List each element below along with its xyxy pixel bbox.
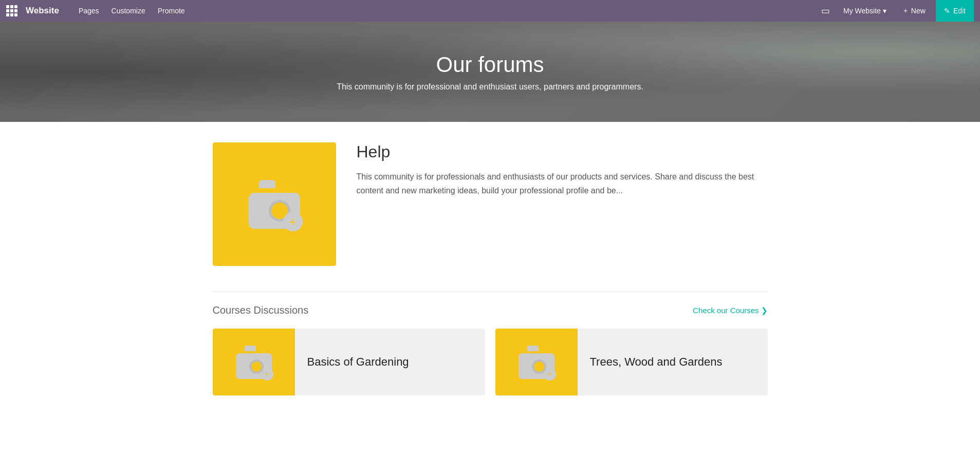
course-camera-bump: [527, 346, 539, 351]
course-info: Trees, Wood and Gardens: [578, 345, 735, 379]
course-camera-body: +: [519, 353, 554, 379]
hero-banner: Our forums This community is for profess…: [0, 22, 980, 122]
course-info: Basics of Gardening: [295, 345, 421, 379]
course-card[interactable]: + Basics of Gardening: [213, 329, 485, 395]
camera-icon: +: [244, 180, 305, 229]
new-label: New: [911, 7, 926, 15]
chevron-right-icon: ❯: [761, 306, 768, 315]
hero-subtitle: This community is for professional and e…: [337, 82, 643, 92]
help-image[interactable]: +: [213, 142, 336, 266]
course-title: Trees, Wood and Gardens: [590, 355, 723, 369]
topbar: Website Pages Customize Promote ▭ My Web…: [0, 0, 980, 22]
course-camera-icon: +: [516, 346, 557, 379]
course-card[interactable]: + Trees, Wood and Gardens: [495, 329, 768, 395]
courses-grid: + Basics of Gardening +: [213, 329, 768, 395]
courses-section: Courses Discussions Check our Courses ❯ …: [213, 292, 768, 395]
plus-icon: ＋: [902, 6, 909, 15]
check-courses-link[interactable]: Check our Courses ❯: [693, 306, 767, 315]
topbar-left: Website Pages Customize Promote: [6, 4, 190, 18]
grid-menu-icon[interactable]: [6, 5, 17, 16]
edit-button[interactable]: ✎ Edit: [936, 0, 974, 22]
course-camera-bump: [245, 346, 256, 351]
course-camera-plus-icon: +: [261, 368, 273, 381]
help-description: This community is for professionals and …: [357, 170, 768, 197]
my-website-button[interactable]: My Website ▾: [838, 5, 892, 17]
courses-section-title: Courses Discussions: [213, 304, 309, 316]
dropdown-arrow-icon: ▾: [883, 7, 886, 15]
help-heading: Help: [357, 142, 768, 161]
nav-customize[interactable]: Customize: [106, 4, 151, 18]
topbar-right: ▭ My Website ▾ ＋ New ✎ Edit: [817, 0, 974, 22]
course-camera-icon: +: [233, 346, 274, 379]
topbar-nav: Pages Customize Promote: [73, 4, 190, 18]
camera-plus-icon: +: [283, 212, 303, 231]
site-name[interactable]: Website: [26, 6, 59, 16]
edit-label: Edit: [953, 7, 966, 15]
new-button[interactable]: ＋ New: [896, 4, 932, 17]
main-content: + Help This community is for professiona…: [182, 122, 799, 416]
courses-header: Courses Discussions Check our Courses ❯: [213, 304, 768, 316]
nav-promote[interactable]: Promote: [153, 4, 190, 18]
camera-body: +: [249, 193, 300, 229]
pencil-icon: ✎: [944, 7, 950, 15]
course-camera-body: +: [236, 353, 272, 379]
mobile-preview-icon[interactable]: ▭: [817, 3, 834, 19]
hero-title: Our forums: [436, 52, 544, 77]
course-thumbnail: +: [495, 329, 578, 395]
course-thumbnail: +: [213, 329, 295, 395]
help-section: + Help This community is for professiona…: [213, 142, 768, 266]
check-courses-label: Check our Courses: [693, 306, 759, 315]
nav-pages[interactable]: Pages: [73, 4, 104, 18]
camera-bump: [259, 180, 275, 188]
help-text: Help This community is for professionals…: [357, 142, 768, 197]
course-title: Basics of Gardening: [307, 355, 409, 369]
my-website-label: My Website: [843, 7, 881, 15]
course-camera-plus-icon: +: [544, 368, 556, 381]
